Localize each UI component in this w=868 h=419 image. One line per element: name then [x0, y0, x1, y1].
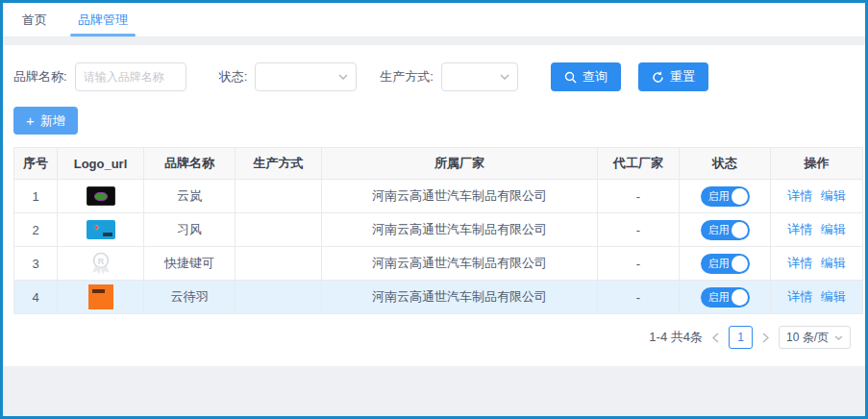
- logo-oval-shape: [94, 192, 108, 201]
- toggle-knob: [732, 188, 748, 205]
- status-toggle[interactable]: 启用: [701, 220, 750, 240]
- brand-name: 快捷键可: [144, 247, 236, 281]
- col-oem-factory: 代工厂家: [598, 148, 680, 180]
- footer-band: [3, 366, 865, 416]
- brand-name: 习风: [144, 213, 236, 247]
- status-toggle-label: 启用: [708, 257, 730, 271]
- prev-page-button[interactable]: [710, 333, 721, 343]
- plus-icon: +: [26, 113, 35, 128]
- brand-name: 云岚: [144, 180, 236, 213]
- refresh-icon: [652, 71, 664, 84]
- status-toggle[interactable]: 启用: [701, 186, 750, 207]
- logo-text-mark: [103, 233, 112, 236]
- pagination: 1-4 共4条 1 10 条/页: [13, 326, 855, 349]
- action-edit[interactable]: 编辑: [821, 289, 846, 304]
- action-detail[interactable]: 详情: [787, 222, 812, 236]
- logo-star-shape: ✦: [93, 224, 101, 233]
- status-toggle[interactable]: 启用: [701, 287, 750, 308]
- manufacturer: 河南云高通世汽车制品有限公司: [322, 213, 598, 247]
- search-button-label: 查询: [583, 68, 608, 86]
- reset-button[interactable]: 重置: [638, 62, 708, 91]
- chevron-down-icon: [500, 74, 509, 80]
- table-header-row: 序号 Logo_url 品牌名称 生产方式 所属厂家 代工厂家 状态 操作: [14, 148, 863, 180]
- production-method: [236, 180, 322, 213]
- col-actions: 操作: [771, 148, 863, 180]
- action-detail[interactable]: 详情: [787, 188, 812, 203]
- toggle-knob: [732, 256, 748, 272]
- oem-factory: -: [598, 213, 680, 247]
- brand-logo: ✦ R: [87, 186, 115, 206]
- tab-home[interactable]: 首页: [7, 3, 62, 37]
- row-index: 3: [14, 247, 58, 281]
- table-row: 2 ✦ R 习风 河南云高通世汽车制品有限公司 - 启用: [14, 213, 863, 247]
- oem-factory: -: [598, 180, 680, 213]
- table-row: 4 ✦ R 云待羽 河南云高通世汽车制品有限公司 - 启用: [14, 281, 863, 314]
- search-button[interactable]: 查询: [551, 62, 621, 91]
- search-icon: [564, 71, 577, 84]
- action-edit[interactable]: 编辑: [821, 222, 846, 236]
- action-edit[interactable]: 编辑: [821, 256, 846, 270]
- brand-name-label: 品牌名称:: [13, 68, 67, 86]
- status-select[interactable]: [255, 62, 357, 91]
- page-size-label: 10 条/页: [786, 330, 829, 346]
- page-size-select[interactable]: 10 条/页: [779, 326, 851, 349]
- production-method-label: 生产方式:: [380, 68, 434, 86]
- row-index: 2: [14, 213, 58, 247]
- status-toggle-label: 启用: [708, 223, 730, 237]
- manufacturer: 河南云高通世汽车制品有限公司: [322, 281, 598, 314]
- brand-logo: ✦ R: [87, 250, 114, 277]
- add-button[interactable]: + 新增: [13, 107, 78, 135]
- production-method: [236, 213, 322, 247]
- page-number-button[interactable]: 1: [729, 326, 753, 349]
- status-label: 状态:: [219, 68, 248, 86]
- tab-bar: 首页 品牌管理: [3, 3, 865, 37]
- toggle-knob: [732, 289, 748, 306]
- brand-table: 序号 Logo_url 品牌名称 生产方式 所属厂家 代工厂家 状态 操作 1 …: [13, 147, 863, 314]
- add-button-label: 新增: [40, 112, 65, 130]
- brand-management-panel: 品牌名称: 状态: 生产方式: 查询 重置 + 新增: [3, 45, 865, 366]
- table-body: 1 ✦ R 云岚 河南云高通世汽车制品有限公司 - 启用: [14, 180, 863, 314]
- filter-bar: 品牌名称: 状态: 生产方式: 查询 重置: [13, 45, 855, 91]
- action-edit[interactable]: 编辑: [821, 188, 846, 203]
- chevron-right-icon: [762, 333, 769, 343]
- oem-factory: -: [598, 247, 680, 281]
- tab-brand-management[interactable]: 品牌管理: [62, 3, 143, 37]
- chevron-left-icon: [712, 333, 719, 343]
- manufacturer: 河南云高通世汽车制品有限公司: [322, 180, 598, 213]
- next-page-button[interactable]: [760, 333, 771, 343]
- chevron-down-icon: [834, 335, 843, 340]
- col-brand-name: 品牌名称: [144, 148, 236, 180]
- chevron-down-icon: [338, 74, 348, 80]
- manufacturer: 河南云高通世汽车制品有限公司: [322, 247, 598, 281]
- table-row: 1 ✦ R 云岚 河南云高通世汽车制品有限公司 - 启用: [14, 180, 863, 213]
- oem-factory: -: [598, 281, 680, 314]
- row-index: 4: [14, 281, 58, 314]
- col-production-method: 生产方式: [236, 148, 322, 180]
- col-manufacturer: 所属厂家: [322, 148, 598, 180]
- badge-placeholder-icon: R: [87, 250, 114, 277]
- col-status: 状态: [680, 148, 771, 180]
- brand-logo: ✦ R: [88, 284, 113, 309]
- action-detail[interactable]: 详情: [787, 256, 812, 270]
- production-method: [236, 281, 322, 314]
- col-index: 序号: [14, 148, 58, 180]
- table-row: 3 ✦ R 快捷键可 河南云高通世汽车制品有限公司 - 启用: [14, 247, 863, 281]
- production-method: [236, 247, 322, 281]
- toggle-knob: [732, 222, 748, 238]
- svg-text:R: R: [97, 257, 104, 266]
- brand-logo: ✦ R: [87, 220, 115, 239]
- pagination-total: 1-4 共4条: [649, 329, 703, 346]
- status-toggle[interactable]: 启用: [701, 254, 750, 274]
- status-toggle-label: 启用: [708, 290, 730, 305]
- brand-name: 云待羽: [144, 281, 236, 314]
- production-method-select[interactable]: [441, 62, 518, 91]
- row-index: 1: [14, 180, 58, 213]
- col-logo-url: Logo_url: [58, 148, 144, 180]
- status-toggle-label: 启用: [708, 189, 730, 204]
- brand-name-input[interactable]: [75, 62, 186, 91]
- content-divider: [3, 37, 865, 45]
- reset-button-label: 重置: [670, 68, 695, 86]
- logo-text-mark: [92, 289, 105, 293]
- action-detail[interactable]: 详情: [787, 289, 812, 304]
